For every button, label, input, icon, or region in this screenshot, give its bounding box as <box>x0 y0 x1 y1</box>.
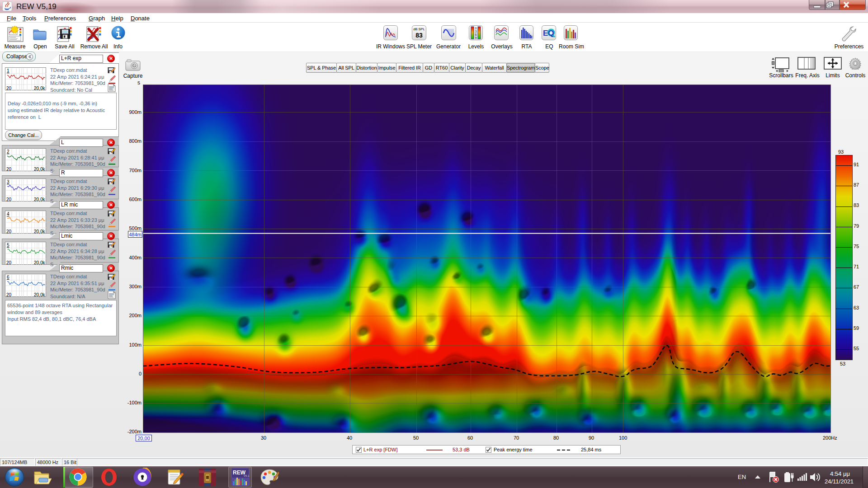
svg-text:5: 5 <box>7 243 9 248</box>
svg-text:6: 6 <box>7 275 9 280</box>
svg-text:3: 3 <box>7 179 9 184</box>
svg-text:6: 6 <box>475 33 477 36</box>
svg-text:dB SPL: dB SPL <box>413 27 425 31</box>
svg-text:20: 20 <box>6 167 12 172</box>
svg-text:20,0k: 20,0k <box>34 292 45 297</box>
svg-text:20,0k: 20,0k <box>34 260 45 265</box>
svg-text:20: 20 <box>6 229 12 234</box>
svg-text:20: 20 <box>6 260 12 265</box>
svg-text:20: 20 <box>6 292 12 297</box>
svg-text:20,0k: 20,0k <box>34 86 45 91</box>
svg-text:20: 20 <box>6 86 12 91</box>
svg-text:3: 3 <box>475 30 477 33</box>
svg-text:20,0k: 20,0k <box>34 229 45 234</box>
svg-text:20,0k: 20,0k <box>34 167 45 172</box>
svg-text:0: 0 <box>475 27 477 30</box>
svg-text:V5.1: V5.1 <box>244 474 250 477</box>
svg-text:EQ: EQ <box>543 29 554 38</box>
svg-text:83: 83 <box>415 32 423 39</box>
svg-text:4: 4 <box>7 211 9 216</box>
svg-text:9: 9 <box>475 36 477 39</box>
svg-text:20: 20 <box>6 197 12 202</box>
svg-text:1: 1 <box>7 68 9 73</box>
svg-text:20,0k: 20,0k <box>34 197 45 202</box>
svg-text:2: 2 <box>7 149 9 154</box>
